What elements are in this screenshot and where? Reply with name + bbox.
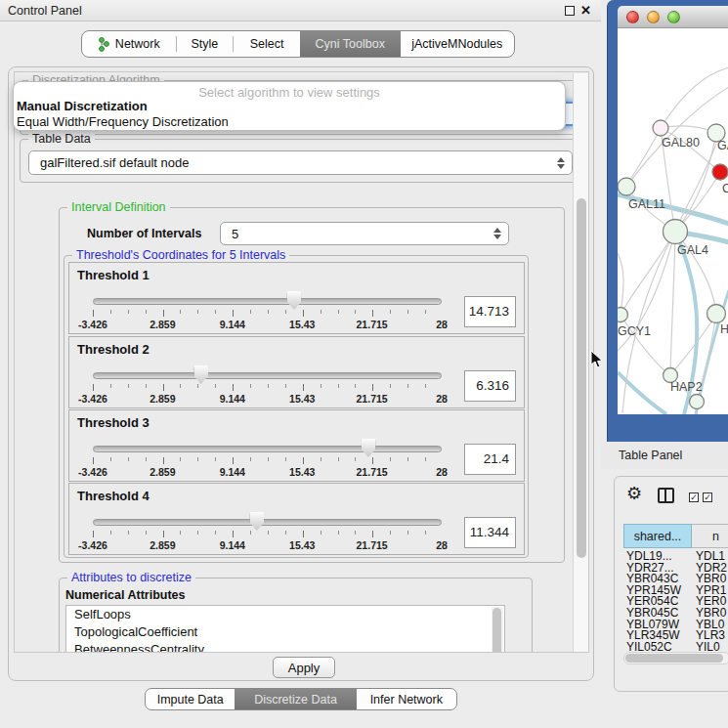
threshold-4-slider[interactable]: -3.426 2.859 9.144 15.43 21.715 28 xyxy=(93,509,442,554)
threshold-2-label: Threshold 2 xyxy=(77,342,150,357)
slider-tick-labels: -3.426 2.859 9.144 15.43 21.715 28 xyxy=(93,539,442,553)
float-window-icon[interactable] xyxy=(565,6,575,16)
checkbox-checked-icon[interactable]: ✓ xyxy=(703,492,712,502)
menu-item-equal-width-frequency[interactable]: Equal Width/Frequency Discretization xyxy=(17,114,229,129)
network-node-gcy1[interactable] xyxy=(618,308,628,322)
network-window-frame: GAL80 GA C GAL11 GAL4 GCY1 H HAP2 xyxy=(607,0,728,442)
list-item[interactable]: BetweennessCentrality xyxy=(66,641,504,653)
group-title-thresholds: Threshold's Coordinates for 5 Intervals xyxy=(72,248,289,262)
tab-style[interactable]: Style xyxy=(177,31,234,57)
panel-scrollbar[interactable] xyxy=(573,73,588,652)
mouse-cursor xyxy=(590,350,604,369)
slider-major-ticks xyxy=(93,384,443,391)
slider-track[interactable] xyxy=(93,298,442,305)
node-label-ga: GA xyxy=(717,139,728,152)
apply-button[interactable]: Apply xyxy=(273,657,335,678)
close-light-icon[interactable] xyxy=(626,11,639,23)
list-item[interactable]: SelfLoops xyxy=(66,606,504,623)
threshold-panel-3: Threshold 3 -3.426 2.859 9.144 15.43 xyxy=(68,409,525,482)
network-window-titlebar[interactable] xyxy=(618,6,728,28)
threshold-1-slider[interactable]: -3.426 2.859 9.144 15.43 21.715 28 xyxy=(93,288,442,333)
network-graph: GAL80 GA C GAL11 GAL4 GCY1 H HAP2 xyxy=(618,28,728,414)
table-row[interactable]: YIL052CYIL0 xyxy=(623,640,728,651)
algorithm-placeholder: Select algorithm to view settings xyxy=(14,85,565,100)
table-row[interactable]: YDR27...YDR2 xyxy=(623,561,728,573)
list-item[interactable]: TopologicalCoefficient xyxy=(66,623,504,641)
split-view-icon[interactable] xyxy=(658,488,674,503)
slider-track[interactable] xyxy=(93,519,442,526)
combo-stepper-icon xyxy=(555,151,567,174)
threshold-2-slider[interactable]: -3.426 2.859 9.144 15.43 21.715 28 xyxy=(93,363,442,407)
table-data-combo[interactable]: galFiltered.sif default node xyxy=(28,150,573,175)
list-scrollbar[interactable] xyxy=(492,607,503,653)
table-row[interactable]: YBR043CYBR0 xyxy=(623,572,728,583)
close-icon[interactable]: ✕ xyxy=(580,2,591,20)
slider-tick-labels: -3.426 2.859 9.144 15.43 21.715 28 xyxy=(93,319,442,332)
network-node-gal4[interactable] xyxy=(664,220,688,244)
slider-thumb[interactable] xyxy=(362,439,376,457)
node-label-gal11: GAL11 xyxy=(628,197,665,211)
slider-thumb[interactable] xyxy=(193,365,208,384)
table-data-group: Table Data galFiltered.sif default node xyxy=(20,139,578,183)
node-label-gal80: GAL80 xyxy=(662,136,700,150)
minimize-light-icon[interactable] xyxy=(647,11,660,23)
slider-major-ticks xyxy=(93,531,443,537)
settings-gear-icon[interactable]: ⚙ xyxy=(626,483,642,504)
threshold-4-value-field[interactable]: 11.344 xyxy=(464,517,516,548)
threshold-4-label: Threshold 4 xyxy=(77,489,150,503)
tab-infer-network[interactable]: Infer Network xyxy=(357,689,456,709)
slider-track[interactable] xyxy=(93,372,442,379)
group-title-table-data: Table Data xyxy=(28,132,95,146)
network-node-gal80[interactable] xyxy=(653,120,668,136)
settings-scroll-area: Discretization Algorithm Table Data galF… xyxy=(14,71,589,653)
table-row[interactable]: YBL079WYBL0 xyxy=(623,618,728,629)
group-title-interval-definition: Interval Definition xyxy=(67,200,170,214)
table-panel-title: Table Panel xyxy=(619,449,682,462)
network-canvas[interactable]: GAL80 GA C GAL11 GAL4 GCY1 H HAP2 xyxy=(618,28,728,414)
table-row[interactable]: YDL19...YDL1 xyxy=(623,549,728,561)
panel-scrollbar-thumb[interactable] xyxy=(577,198,586,558)
table-row[interactable]: YLR345WYLR3 xyxy=(623,628,728,640)
interval-definition-group: Interval Definition Number of Intervals … xyxy=(59,207,565,563)
top-tab-bar: Network Style Select Cyni Toolbox jActiv… xyxy=(81,30,515,58)
slider-thumb[interactable] xyxy=(249,512,264,531)
threshold-3-value-field[interactable]: 21.4 xyxy=(464,444,516,475)
tab-discretize-data[interactable]: Discretize Data xyxy=(235,689,356,709)
attributes-group: Attributes to discretize Numerical Attri… xyxy=(59,578,533,653)
threshold-3-label: Threshold 3 xyxy=(77,415,150,430)
cyni-toolbox-panel: Discretization Algorithm Table Data galF… xyxy=(8,66,594,681)
network-node-partial[interactable] xyxy=(690,395,705,409)
table-horizontal-scrollbar[interactable] xyxy=(623,652,728,664)
slider-tick-labels: -3.426 2.859 9.144 15.43 21.715 28 xyxy=(93,466,442,480)
slider-tick-labels: -3.426 2.859 9.144 15.43 21.715 28 xyxy=(93,393,442,407)
tab-select[interactable]: Select xyxy=(234,31,300,57)
tab-network[interactable]: Network xyxy=(82,31,176,57)
group-title-attributes: Attributes to discretize xyxy=(67,571,195,584)
table-row[interactable]: YBR045CYBR0 xyxy=(623,606,728,618)
column-header-shared[interactable]: shared... xyxy=(623,524,692,548)
threshold-3-slider[interactable]: -3.426 2.859 9.144 15.43 21.715 28 xyxy=(93,436,442,481)
slider-track[interactable] xyxy=(93,446,442,452)
tab-impute-data[interactable]: Impute Data xyxy=(146,689,235,709)
menu-item-manual-discretization[interactable]: Manual Discretization xyxy=(17,99,148,113)
tab-cyni-toolbox[interactable]: Cyni Toolbox xyxy=(300,31,401,57)
node-label-c: C xyxy=(722,182,728,195)
network-node-gal11[interactable] xyxy=(618,178,635,195)
table-row[interactable]: YPR145WYPR1 xyxy=(623,583,728,595)
slider-major-ticks xyxy=(93,457,443,464)
threshold-2-value-field[interactable]: 6.316 xyxy=(464,370,516,402)
network-node-h[interactable] xyxy=(707,305,726,323)
threshold-1-value-field[interactable]: 14.713 xyxy=(464,296,516,327)
table-rows: YDL19...YDL1 YDR27...YDR2 YBR043CYBR0 YP… xyxy=(623,549,728,651)
table-row[interactable]: YER054CYER0 xyxy=(623,594,728,606)
threshold-panel-4: Threshold 4 -3.426 2.859 9.144 15.43 xyxy=(68,483,525,555)
checkbox-checked-icon[interactable]: ✓ xyxy=(689,492,699,502)
network-node-selected-red[interactable] xyxy=(712,164,728,180)
screenshot-root: Control Panel ✕ Network Style Select Cyn… xyxy=(0,0,728,728)
tab-jactivemnodules[interactable]: jActiveMNodules xyxy=(401,31,514,57)
number-of-intervals-combo[interactable]: 5 xyxy=(220,222,509,245)
slider-thumb[interactable] xyxy=(286,291,301,310)
algorithm-dropdown-popup: Select algorithm to view settings Manual… xyxy=(13,81,566,131)
column-header-name[interactable]: n xyxy=(692,524,728,548)
zoom-light-icon[interactable] xyxy=(667,11,680,23)
